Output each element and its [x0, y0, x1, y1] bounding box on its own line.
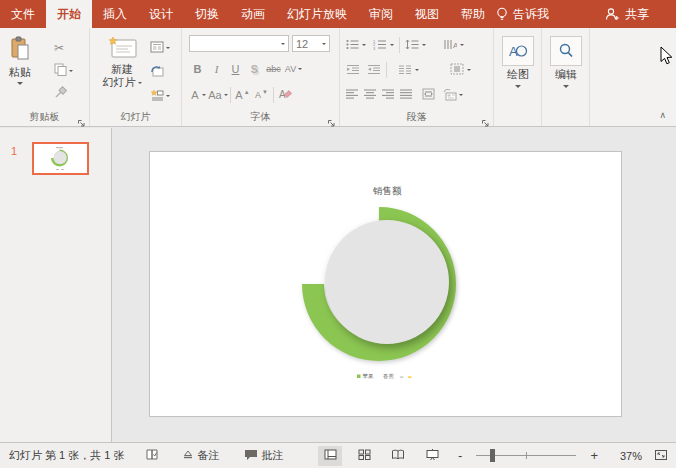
zoom-out-button[interactable]: - [454, 448, 466, 463]
notes-icon [182, 449, 194, 462]
distribute-icon[interactable] [422, 86, 435, 104]
comments-button[interactable]: 批注 [244, 448, 284, 463]
normal-view-icon [324, 449, 337, 462]
editing-button[interactable]: 编辑 [550, 36, 582, 88]
slide-sorter-button[interactable] [352, 446, 376, 466]
lightbulb-icon [496, 7, 508, 22]
cut-button[interactable]: ✂ [54, 38, 73, 57]
ribbon-group-font: 12 B I U S abc AV A Aa A▲ A▼ [182, 28, 340, 126]
sales-doughnut-chart[interactable]: 销售额 苹果 香蕉 [150, 152, 621, 416]
cut-icon: ✂ [54, 41, 64, 55]
notes-button[interactable]: 备注 [182, 448, 220, 463]
tell-me-button[interactable]: 告诉我 [513, 6, 549, 23]
zoom-percent[interactable]: 37% [612, 450, 642, 462]
paragraph-dialog-launcher[interactable] [481, 114, 490, 123]
new-slide-label-line1: 新建 [111, 63, 133, 76]
tab-insert[interactable]: 插入 [92, 0, 138, 28]
thumbnail-mini-chart [34, 144, 87, 173]
notes-label: 备注 [198, 448, 220, 463]
reset-slide-button[interactable] [150, 62, 170, 81]
format-painter-button[interactable] [54, 84, 73, 103]
font-color-button[interactable]: A [188, 86, 202, 104]
slide-canvas[interactable]: 销售额 苹果 香蕉 [149, 151, 622, 417]
slide-thumbnail[interactable] [32, 142, 89, 175]
strikethrough-button[interactable]: abc [264, 60, 283, 78]
ribbon-group-paragraph: 123 A [340, 28, 494, 126]
tab-view[interactable]: 视图 [404, 0, 450, 28]
font-dialog-launcher[interactable] [327, 114, 336, 123]
normal-view-button[interactable] [318, 446, 342, 466]
shrink-font-button[interactable]: A▼ [252, 86, 271, 104]
tab-review[interactable]: 审阅 [358, 0, 404, 28]
change-case-button[interactable]: Aa [206, 86, 224, 104]
tab-help[interactable]: 帮助 [450, 0, 496, 28]
columns-button[interactable] [398, 61, 412, 79]
outdent-icon[interactable] [346, 61, 360, 79]
bold-button[interactable]: B [188, 60, 207, 78]
font-size-value: 12 [296, 38, 308, 50]
font-name-combobox[interactable] [189, 35, 289, 52]
zoom-slider-thumb[interactable] [490, 449, 495, 462]
paste-button[interactable]: 粘贴 [8, 36, 32, 85]
new-slide-label-line2: 幻灯片 [103, 76, 136, 89]
spell-check-button[interactable] [145, 448, 160, 463]
align-right-icon[interactable] [382, 86, 394, 104]
slideshow-button[interactable] [420, 446, 444, 466]
numbering-button[interactable]: 123 [373, 36, 387, 54]
ribbon-group-editing: 编辑 [542, 28, 590, 126]
spell-check-icon [145, 448, 160, 463]
share-button[interactable]: 共享 [625, 6, 649, 23]
tab-slideshow[interactable]: 幻灯片放映 [276, 0, 358, 28]
underline-button[interactable]: U [226, 60, 245, 78]
smartart-convert-button[interactable] [443, 89, 463, 101]
slide-sorter-icon [358, 449, 371, 462]
tab-file[interactable]: 文件 [0, 0, 46, 28]
menu-bar: 文件 开始 插入 设计 切换 动画 幻灯片放映 审阅 视图 帮助 告诉我 共享 [0, 0, 676, 28]
drawing-label: 绘图 [507, 68, 529, 81]
text-shadow-button[interactable]: S [245, 60, 264, 78]
editing-label: 编辑 [555, 68, 577, 81]
share-person-icon [605, 7, 620, 21]
text-direction-button[interactable]: A [443, 36, 457, 54]
fit-window-button[interactable] [654, 449, 668, 463]
chart-center-circle[interactable] [325, 220, 449, 344]
paragraph-group-label: 段落 [340, 110, 493, 124]
tab-home[interactable]: 开始 [46, 0, 92, 28]
font-group-label: 字体 [182, 110, 339, 124]
grow-font-button[interactable]: A▲ [233, 86, 252, 104]
fit-window-icon [654, 449, 668, 463]
copy-button[interactable] [54, 61, 73, 80]
line-spacing-button[interactable] [405, 36, 419, 54]
clear-formatting-icon: A [279, 88, 292, 102]
tab-design[interactable]: 设计 [138, 0, 184, 28]
clipboard-dialog-launcher[interactable] [77, 114, 86, 123]
zoom-in-button[interactable]: + [586, 448, 602, 463]
align-text-button[interactable] [450, 61, 464, 79]
drawing-button[interactable]: A 绘图 [502, 36, 534, 88]
clear-formatting-button[interactable]: A [276, 86, 295, 104]
tab-transitions[interactable]: 切换 [184, 0, 230, 28]
bullets-button[interactable] [346, 36, 359, 54]
legend-item-1: 苹果 [363, 373, 375, 379]
align-left-icon[interactable] [346, 86, 358, 104]
tab-animations[interactable]: 动画 [230, 0, 276, 28]
align-center-icon[interactable] [364, 86, 376, 104]
format-painter-icon [54, 85, 67, 103]
indent-icon[interactable] [367, 61, 381, 79]
collapse-ribbon-button[interactable]: ∧ [659, 110, 666, 120]
comments-label: 批注 [262, 448, 284, 463]
zoom-slider[interactable] [476, 455, 576, 456]
justify-icon[interactable] [400, 86, 412, 104]
layout-button[interactable] [150, 38, 170, 57]
new-slide-button[interactable]: 新建 幻灯片 [98, 36, 146, 89]
comments-icon [244, 449, 258, 463]
ribbon-empty-area: ∧ [590, 28, 676, 126]
drawing-icon: A [502, 36, 534, 66]
section-button[interactable] [150, 86, 170, 105]
reading-view-button[interactable] [386, 446, 410, 466]
slide-editor-area: 销售额 苹果 香蕉 [112, 128, 676, 442]
character-spacing-caret[interactable] [298, 68, 302, 70]
character-spacing-button[interactable]: AV [283, 60, 298, 78]
font-size-combobox[interactable]: 12 [292, 35, 330, 52]
italic-button[interactable]: I [207, 60, 226, 78]
